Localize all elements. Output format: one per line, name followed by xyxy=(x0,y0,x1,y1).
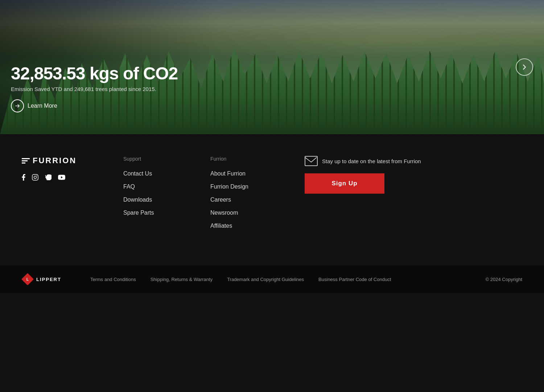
lippert-wordmark: LiPPERT xyxy=(36,277,61,282)
learn-more-button[interactable]: Learn More xyxy=(11,99,57,112)
newsletter-text: Stay up to date on the latest from Furri… xyxy=(322,158,421,164)
list-item: About Furrion xyxy=(210,170,290,177)
facebook-icon xyxy=(22,174,25,181)
copyright-text: © 2024 Copyright xyxy=(486,277,522,282)
footer-newsletter-column: Stay up to date on the latest from Furri… xyxy=(305,156,522,229)
support-title: Support xyxy=(123,156,196,162)
list-item: Careers xyxy=(210,197,290,203)
instagram-link[interactable] xyxy=(32,174,38,181)
list-item: Contact Us xyxy=(123,170,196,177)
footer-section: FURRION xyxy=(0,134,544,265)
facebook-link[interactable] xyxy=(22,174,25,181)
social-icons-row xyxy=(22,174,109,181)
furrion-logo: FURRION xyxy=(22,156,109,165)
affiliates-link[interactable]: Affiliates xyxy=(210,223,232,229)
list-item: Affiliates xyxy=(210,223,290,229)
svg-point-1 xyxy=(34,176,37,179)
trademark-copyright-link[interactable]: Trademark and Copyright Guidelines xyxy=(227,277,304,282)
contact-us-link[interactable]: Contact Us xyxy=(123,170,152,177)
newsletter-icon-row: Stay up to date on the latest from Furri… xyxy=(305,156,522,166)
shipping-returns-link[interactable]: Shipping, Returns & Warranty xyxy=(151,277,213,282)
terms-conditions-link[interactable]: Terms and Conditions xyxy=(90,277,136,282)
furrion-logo-lines xyxy=(22,158,30,164)
next-slide-button[interactable] xyxy=(516,58,533,76)
youtube-link[interactable] xyxy=(58,175,65,180)
footer-brand-column: FURRION xyxy=(22,156,109,229)
hero-content: 32,853.53 kgs of CO2 Emission Saved YTD … xyxy=(11,65,178,112)
arrow-right-icon xyxy=(15,103,20,108)
arrow-circle-icon xyxy=(11,99,24,112)
hero-section: 32,853.53 kgs of CO2 Emission Saved YTD … xyxy=(0,0,544,134)
downloads-link[interactable]: Downloads xyxy=(123,197,152,203)
learn-more-label: Learn More xyxy=(28,103,57,109)
twitter-icon xyxy=(45,174,51,180)
furrion-col-title: Furrion xyxy=(210,156,290,162)
co2-stat: 32,853.53 kgs of CO2 xyxy=(11,65,178,82)
svg-text:L: L xyxy=(26,277,29,281)
bottom-links-row: Terms and Conditions Shipping, Returns &… xyxy=(90,277,471,282)
list-item: Spare Parts xyxy=(123,210,196,216)
lippert-logo: L LiPPERT xyxy=(22,273,61,285)
about-furrion-link[interactable]: About Furrion xyxy=(210,170,246,177)
svg-point-2 xyxy=(37,176,37,176)
furrion-links-list: About Furrion Furrion Design Careers New… xyxy=(210,170,290,229)
faq-link[interactable]: FAQ xyxy=(123,183,135,190)
furrion-wordmark: FURRION xyxy=(33,156,77,165)
spare-parts-link[interactable]: Spare Parts xyxy=(123,210,154,216)
careers-link[interactable]: Careers xyxy=(210,197,231,203)
lippert-diamond-icon: L xyxy=(22,273,33,285)
footer-support-column: Support Contact Us FAQ Downloads Spare P… xyxy=(123,156,196,229)
footer-furrion-column: Furrion About Furrion Furrion Design Car… xyxy=(210,156,290,229)
youtube-icon xyxy=(58,175,65,180)
footer-main-grid: FURRION xyxy=(22,156,522,229)
list-item: FAQ xyxy=(123,183,196,190)
sign-up-button[interactable]: Sign Up xyxy=(305,173,384,194)
newsroom-link[interactable]: Newsroom xyxy=(210,210,238,216)
chevron-right-icon xyxy=(521,64,528,70)
instagram-icon xyxy=(32,174,38,181)
furrion-design-link[interactable]: Furrion Design xyxy=(210,183,248,190)
business-partner-link[interactable]: Business Partner Code of Conduct xyxy=(318,277,391,282)
twitter-link[interactable] xyxy=(45,174,51,180)
svg-rect-4 xyxy=(305,156,317,166)
hero-subtitle: Emission Saved YTD and 249,681 trees pla… xyxy=(11,86,178,92)
list-item: Furrion Design xyxy=(210,183,290,190)
list-item: Downloads xyxy=(123,197,196,203)
support-links-list: Contact Us FAQ Downloads Spare Parts xyxy=(123,170,196,216)
mail-icon xyxy=(305,156,318,166)
list-item: Newsroom xyxy=(210,210,290,216)
bottom-bar: L LiPPERT Terms and Conditions Shipping,… xyxy=(0,265,544,293)
svg-rect-0 xyxy=(32,174,38,180)
